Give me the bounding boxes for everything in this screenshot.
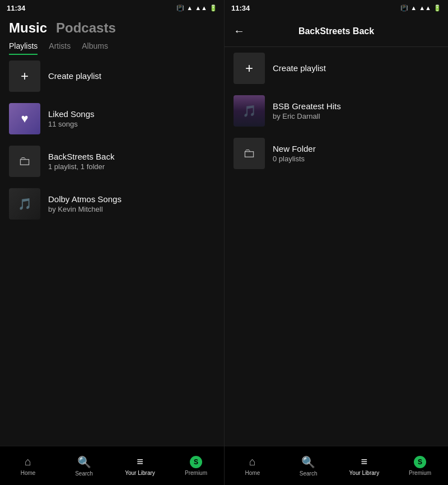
right-panel-title: BackStreets Back [298,26,374,36]
create-playlist-info: Create playlist [48,71,215,82]
right-panel: 11:34 📳 ▲ ▲▲ 🔋 ← BackStreets Back + Crea… [224,0,448,485]
home-label: Home [21,470,36,476]
backstreets-info: BackStreets Back 1 playlist, 1 folder [48,152,215,171]
nav-search[interactable]: 🔍 Search [56,455,112,477]
back-button[interactable]: ← [234,25,245,38]
spotify-icon: S [190,456,202,468]
right-library-label: Your Library [349,470,380,476]
heart-icon: ♥ [21,111,28,126]
liked-songs-title: Liked Songs [48,109,215,119]
right-create-playlist-thumb: + [234,53,265,84]
right-search-icon: 🔍 [301,455,315,469]
new-folder-thumb: 🗀 [234,138,265,169]
right-status-bar: 11:34 📳 ▲ ▲▲ 🔋 [225,0,448,16]
right-create-playlist-info: Create playlist [273,63,439,74]
list-item[interactable]: + Create playlist [0,55,224,97]
nav-home[interactable]: ⌂ Home [0,455,56,476]
list-item[interactable]: 🎵 Dolby Atmos Songs by Kevin Mitchell [0,183,224,225]
bsb-info: BSB Greatest Hits by Eric Darnall [273,101,439,120]
list-item[interactable]: BSB Greatest Hits by Eric Darnall [225,90,448,132]
new-folder-info: New Folder 0 playlists [273,144,439,163]
tab-podcasts[interactable]: Podcasts [56,20,116,36]
right-home-label: Home [245,470,260,476]
library-label: Your Library [125,470,155,476]
right-nav-library[interactable]: ≡ Your Library [337,455,393,476]
right-header: ← BackStreets Back [225,16,448,47]
left-status-bar: 11:34 📳 ▲ ▲▲ 🔋 [0,0,224,16]
filter-artists[interactable]: Artists [49,41,71,55]
search-icon: 🔍 [77,455,91,469]
right-status-icons: 📳 ▲ ▲▲ 🔋 [400,4,441,12]
list-item[interactable]: 🗀 New Folder 0 playlists [225,132,448,175]
dolby-subtitle: by Kevin Mitchell [48,205,215,213]
right-bottom-nav: ⌂ Home 🔍 Search ≡ Your Library S Premium [225,446,448,485]
list-item[interactable]: + Create playlist [225,47,448,90]
right-signal-icon: ▲▲ [419,4,431,11]
filter-tab-group: Playlists Artists Albums [9,41,215,55]
right-create-playlist-title: Create playlist [273,63,439,73]
app-tab-group: Music Podcasts [9,20,215,36]
library-icon: ≡ [137,455,143,468]
dolby-info: Dolby Atmos Songs by Kevin Mitchell [48,194,215,213]
battery-icon: 🔋 [209,4,217,12]
liked-songs-thumb: ♥ [9,103,40,134]
dolby-art: 🎵 [9,188,40,220]
bsb-title: BSB Greatest Hits [273,101,439,111]
left-time: 11:34 [7,4,25,12]
right-premium-label: Premium [409,470,431,476]
liked-songs-subtitle: 11 songs [48,120,215,128]
wifi-icon: ▲ [186,4,193,11]
folder-icon: 🗀 [18,154,31,169]
left-top-tabs: Music Podcasts Playlists Artists Albums [0,16,224,55]
right-nav-search[interactable]: 🔍 Search [281,455,337,477]
right-battery-icon: 🔋 [433,4,441,12]
search-label: Search [75,470,93,477]
dolby-art-icon: 🎵 [18,197,32,211]
filter-albums[interactable]: Albums [82,41,108,55]
left-content: + Create playlist ♥ Liked Songs 11 songs… [0,55,224,485]
list-item[interactable]: 🗀 BackStreets Back 1 playlist, 1 folder [0,140,224,183]
new-folder-title: New Folder [273,144,439,153]
right-content: + Create playlist BSB Greatest Hits by E… [225,47,448,485]
create-playlist-title: Create playlist [48,71,215,81]
liked-songs-info: Liked Songs 11 songs [48,109,215,128]
right-search-label: Search [300,470,318,477]
folder-icon: 🗀 [243,146,255,161]
tab-music[interactable]: Music [9,20,47,36]
backstreets-title: BackStreets Back [48,152,215,161]
backstreets-subtitle: 1 playlist, 1 folder [48,162,215,171]
plus-icon: + [21,68,29,84]
nav-library[interactable]: ≡ Your Library [112,455,168,476]
left-panel: 11:34 📳 ▲ ▲▲ 🔋 Music Podcasts Playlists … [0,0,224,485]
create-playlist-thumb: + [9,60,40,92]
new-folder-subtitle: 0 playlists [273,155,439,163]
backstreets-thumb: 🗀 [9,146,40,177]
vibrate-icon: 📳 [176,4,184,12]
list-item[interactable]: ♥ Liked Songs 11 songs [0,97,224,140]
left-status-icons: 📳 ▲ ▲▲ 🔋 [176,4,217,12]
right-nav-home[interactable]: ⌂ Home [225,455,281,476]
home-icon: ⌂ [25,455,31,468]
right-wifi-icon: ▲ [410,4,417,11]
premium-label: Premium [185,470,207,476]
right-vibrate-icon: 📳 [400,4,408,12]
right-library-icon: ≡ [361,455,368,468]
right-nav-premium[interactable]: S Premium [392,456,448,476]
plus-icon: + [245,60,253,76]
filter-playlists[interactable]: Playlists [9,41,38,55]
dolby-title: Dolby Atmos Songs [48,194,215,204]
nav-premium[interactable]: S Premium [168,456,224,476]
bsb-art [234,95,265,127]
right-spotify-icon: S [414,456,426,468]
signal-icon: ▲▲ [195,4,207,11]
right-time: 11:34 [231,4,250,12]
right-home-icon: ⌂ [249,455,256,468]
left-bottom-nav: ⌂ Home 🔍 Search ≡ Your Library S Premium [0,446,224,485]
bsb-subtitle: by Eric Darnall [273,112,439,120]
